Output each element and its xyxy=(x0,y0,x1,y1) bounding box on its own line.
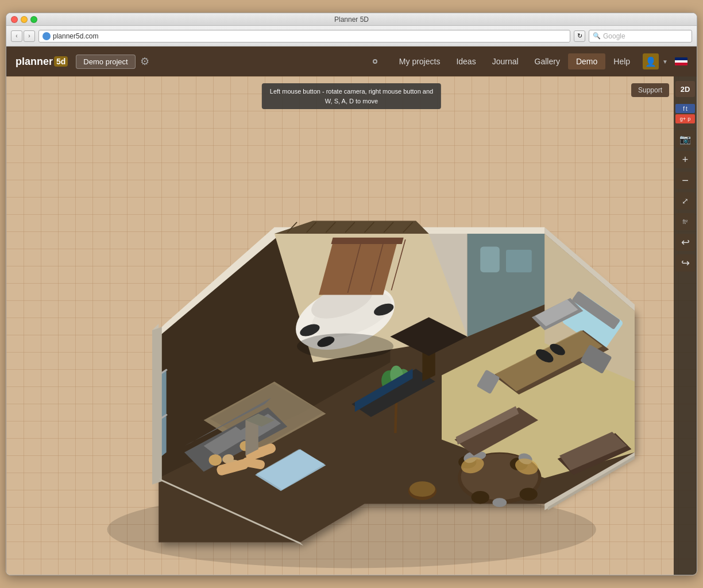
floorplan-svg xyxy=(41,105,650,575)
googleplus-share-button[interactable]: g+ p xyxy=(675,114,695,123)
secure-icon xyxy=(43,32,51,40)
right-toolbar: 2D f t g+ p 📷 xyxy=(674,76,697,575)
svg-rect-35 xyxy=(506,250,532,272)
camera-icon: 📷 xyxy=(679,134,691,145)
main-area[interactable]: Left mouse button - rotate camera, right… xyxy=(6,76,697,575)
undo-icon: ↩ xyxy=(681,236,690,249)
app-logo[interactable]: planner 5d xyxy=(16,56,69,68)
nav-ideas[interactable]: Ideas xyxy=(448,53,484,69)
user-dropdown-arrow: ▼ xyxy=(662,59,668,65)
nav-center-dot[interactable] xyxy=(373,59,377,64)
logo-5d-text: 5d xyxy=(54,56,68,67)
support-button[interactable]: Support xyxy=(631,83,669,97)
forward-button[interactable]: › xyxy=(24,30,35,42)
camera-button[interactable]: 📷 xyxy=(675,130,695,148)
facebook-icon: f xyxy=(683,106,685,112)
fullscreen-button[interactable]: ⤢ xyxy=(675,192,695,210)
svg-marker-10 xyxy=(429,230,468,234)
tooltip-line1: Left mouse button - rotate camera, right… xyxy=(270,87,433,96)
search-icon: 🔍 xyxy=(593,32,601,40)
minimize-button[interactable] xyxy=(21,16,28,23)
googleplus-icon: g+ xyxy=(680,116,686,122)
address-bar[interactable]: planner5d.com xyxy=(38,30,570,42)
social-share-buttons: f t g+ p xyxy=(675,104,695,123)
browser-window: Planner 5D ‹ › planner5d.com ↻ 🔍 Google … xyxy=(6,13,697,575)
close-button[interactable] xyxy=(11,16,18,23)
svg-point-72 xyxy=(472,491,489,504)
nav-journal[interactable]: Journal xyxy=(484,53,527,69)
zoom-in-icon: + xyxy=(682,154,689,166)
browser-title: Planner 5D xyxy=(334,16,369,24)
window-buttons xyxy=(11,16,37,23)
nav-arrows: ‹ › xyxy=(11,30,35,42)
nav-demo[interactable]: Demo xyxy=(568,53,605,69)
project-name[interactable]: Demo project xyxy=(76,55,135,69)
nav-help[interactable]: Help xyxy=(605,53,638,69)
app-content: planner 5d Demo project ⚙ My projects Id… xyxy=(6,47,697,575)
browser-titlebar: Planner 5D xyxy=(6,13,697,26)
svg-point-77 xyxy=(492,498,507,507)
address-text: planner5d.com xyxy=(53,32,98,40)
tooltip-bar: Left mouse button - rotate camera, right… xyxy=(262,83,441,109)
facebook-share-button[interactable]: f t xyxy=(675,104,695,113)
units-icon: ft² xyxy=(683,219,688,225)
svg-point-74 xyxy=(520,488,538,500)
pinterest-icon: p xyxy=(687,116,690,122)
svg-point-27 xyxy=(297,334,393,359)
app-navbar: planner 5d Demo project ⚙ My projects Id… xyxy=(6,47,697,76)
logo-planner-text: planner xyxy=(16,56,53,68)
floorplan-canvas[interactable] xyxy=(41,105,650,575)
tooltip-line2: W, S, A, D to move xyxy=(270,96,433,106)
nav-links: My projects Ideas Journal Gallery Demo H… xyxy=(391,53,638,69)
redo-icon: ↪ xyxy=(681,257,690,269)
svg-point-86 xyxy=(410,481,435,497)
undo-button[interactable]: ↩ xyxy=(675,234,695,251)
language-flag-icon[interactable] xyxy=(675,57,687,65)
maximize-button[interactable] xyxy=(30,16,37,23)
back-button[interactable]: ‹ xyxy=(11,30,22,42)
svg-marker-13 xyxy=(275,221,429,234)
twitter-letter: t xyxy=(686,106,687,112)
user-avatar: 👤 xyxy=(643,53,659,69)
settings-gear-icon[interactable]: ⚙ xyxy=(140,55,149,68)
svg-rect-34 xyxy=(480,246,500,272)
browser-toolbar: ‹ › planner5d.com ↻ 🔍 Google xyxy=(6,26,697,47)
zoom-out-icon: − xyxy=(682,174,689,187)
nav-my-projects[interactable]: My projects xyxy=(391,53,449,69)
svg-point-49 xyxy=(209,454,222,466)
redo-button[interactable]: ↪ xyxy=(675,254,695,272)
svg-marker-93 xyxy=(152,327,162,484)
search-bar[interactable]: 🔍 Google xyxy=(589,30,692,42)
search-placeholder: Google xyxy=(603,32,625,40)
units-button[interactable]: ft² xyxy=(675,213,695,230)
nav-gallery[interactable]: Gallery xyxy=(527,53,568,69)
nav-user[interactable]: 👤 ▼ xyxy=(643,53,687,69)
svg-rect-29 xyxy=(331,238,403,244)
fullscreen-icon: ⤢ xyxy=(682,196,689,206)
zoom-in-button[interactable]: + xyxy=(675,151,695,168)
zoom-out-button[interactable]: − xyxy=(675,172,695,189)
view-2d-button[interactable]: 2D xyxy=(675,81,695,97)
refresh-button[interactable]: ↻ xyxy=(574,30,585,42)
